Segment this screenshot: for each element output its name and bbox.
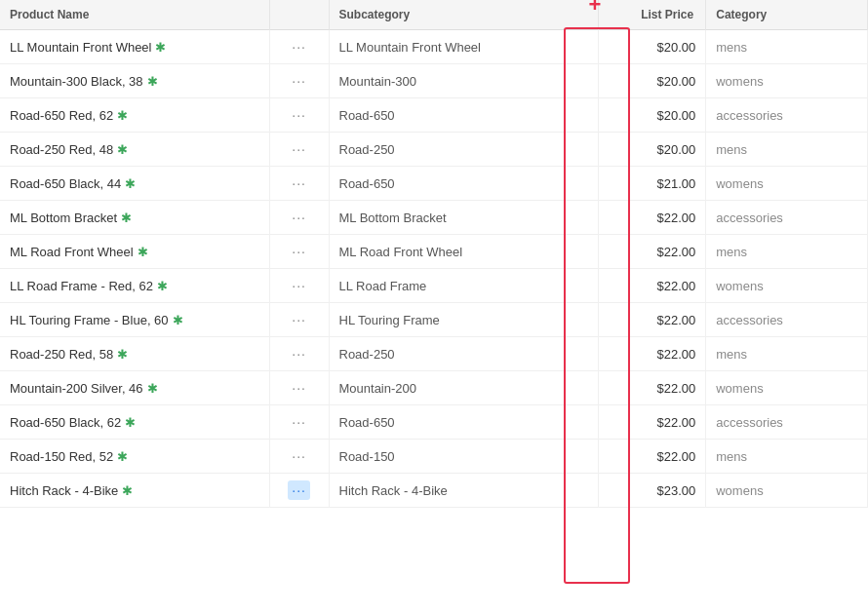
cell-actions: ··· [269, 30, 329, 64]
subcategory-text: HL Touring Frame [339, 313, 440, 327]
category-text: mens [716, 40, 747, 55]
cell-subcategory: ML Bottom Bracket [329, 201, 598, 235]
cell-product-name: Road-250 Red, 48✱ [0, 133, 269, 167]
table-row: Road-150 Red, 52✱···Road-150$22.00mens [0, 440, 868, 474]
price-text: $22.00 [656, 279, 695, 293]
gear-icon[interactable]: ✱ [117, 142, 128, 157]
cell-subcategory: ML Road Front Wheel [329, 235, 598, 269]
gear-icon[interactable]: ✱ [117, 449, 128, 464]
cell-price: $20.00 [598, 98, 705, 133]
subcategory-text: Road-250 [339, 142, 395, 157]
cell-price: $23.00 [598, 474, 705, 508]
row-context-menu-button[interactable]: ··· [288, 242, 310, 261]
category-text: womens [716, 483, 763, 498]
cell-category: mens [706, 30, 868, 64]
cell-subcategory: Road-650 [329, 98, 598, 133]
table-container: + Product Name Subcategory List Price Ca… [0, 0, 868, 613]
cell-product-name: Road-150 Red, 52✱ [0, 440, 269, 474]
cell-subcategory: Road-650 [329, 167, 598, 201]
subcategory-text: Road-650 [339, 415, 395, 430]
cell-category: womens [706, 167, 868, 201]
row-context-menu-button[interactable]: ··· [288, 208, 310, 227]
cell-category: mens [706, 440, 868, 474]
cell-subcategory: Road-150 [329, 440, 598, 474]
gear-icon[interactable]: ✱ [117, 108, 128, 123]
cell-subcategory: LL Mountain Front Wheel [329, 30, 598, 64]
category-text: accessories [716, 415, 783, 430]
price-text: $20.00 [656, 74, 695, 89]
subcategory-text: Road-250 [339, 347, 395, 362]
row-context-menu-button[interactable]: ··· [288, 344, 310, 364]
product-name-text: Mountain-300 Black, 38 [10, 74, 143, 89]
add-column-button[interactable]: + [589, 0, 602, 16]
cell-category: accessories [706, 303, 868, 337]
table-row: Road-250 Red, 48✱···Road-250$20.00mens [0, 133, 868, 167]
row-context-menu-button[interactable]: ··· [288, 446, 310, 466]
cell-product-name: HL Touring Frame - Blue, 60✱ [0, 303, 269, 337]
cell-subcategory: LL Road Frame [329, 269, 598, 303]
price-text: $23.00 [656, 483, 695, 498]
table-row: Road-650 Black, 44✱···Road-650$21.00wome… [0, 167, 868, 201]
row-context-menu-button[interactable]: ··· [288, 71, 310, 91]
row-context-menu-button[interactable]: ··· [288, 412, 310, 432]
cell-category: accessories [706, 98, 868, 133]
gear-icon[interactable]: ✱ [147, 381, 158, 396]
cell-subcategory: Mountain-300 [329, 64, 598, 98]
gear-icon[interactable]: ✱ [155, 40, 166, 55]
row-context-menu-button[interactable]: ··· [288, 139, 310, 159]
cell-product-name: Road-650 Red, 62✱ [0, 98, 269, 133]
cell-product-name: LL Mountain Front Wheel✱ [0, 30, 269, 64]
subcategory-text: Road-150 [339, 449, 395, 464]
price-text: $20.00 [656, 108, 695, 123]
cell-product-name: Hitch Rack - 4-Bike✱ [0, 474, 269, 508]
subcategory-text: ML Bottom Bracket [339, 211, 447, 225]
cell-price: $20.00 [598, 30, 705, 64]
cell-actions: ··· [269, 98, 329, 133]
gear-icon[interactable]: ✱ [138, 245, 148, 259]
gear-icon[interactable]: ✱ [125, 415, 136, 430]
cell-category: accessories [706, 201, 868, 235]
price-text: $22.00 [656, 347, 695, 362]
price-text: $22.00 [656, 449, 695, 464]
row-context-menu-button[interactable]: ··· [288, 105, 310, 125]
gear-icon[interactable]: ✱ [121, 211, 132, 225]
cell-price: $22.00 [598, 235, 705, 269]
cell-category: accessories▶ [706, 405, 868, 440]
cell-price: $22.00 [598, 269, 705, 303]
table-row: HL Touring Frame - Blue, 60✱···HL Tourin… [0, 303, 868, 337]
cell-subcategory: Road-250 [329, 337, 598, 371]
category-text: accessories [716, 313, 783, 327]
gear-icon[interactable]: ✱ [125, 176, 136, 191]
cell-product-name: Road-650 Black, 62✱ [0, 405, 269, 440]
category-text: mens [716, 245, 747, 259]
gear-icon[interactable]: ✱ [157, 279, 168, 293]
table-row: Road-250 Red, 58✱···Road-250$22.00mens [0, 337, 868, 371]
gear-icon[interactable]: ✱ [173, 313, 183, 327]
row-context-menu-button[interactable]: ··· [288, 276, 310, 295]
gear-icon[interactable]: ✱ [147, 74, 158, 89]
cell-product-name: Mountain-300 Black, 38✱ [0, 64, 269, 98]
price-text: $22.00 [656, 415, 695, 430]
product-name-text: Road-250 Red, 48 [10, 142, 113, 157]
row-context-menu-button[interactable]: ··· [288, 173, 310, 193]
category-text: mens [716, 142, 747, 157]
product-name-text: ML Bottom Bracket [10, 211, 117, 225]
cell-category: mens [706, 337, 868, 371]
cell-actions: ··· [269, 303, 329, 337]
price-text: $21.00 [656, 176, 695, 191]
row-context-menu-button[interactable]: ··· [288, 480, 310, 500]
row-context-menu-button[interactable]: ··· [288, 310, 310, 329]
cell-actions: ··· [269, 371, 329, 405]
cell-subcategory: Road-250 [329, 133, 598, 167]
cell-category: mens [706, 133, 868, 167]
gear-icon[interactable]: ✱ [117, 347, 128, 362]
cell-subcategory: Mountain-200 [329, 371, 598, 405]
table-row: Road-650 Red, 62✱···Road-650$20.00access… [0, 98, 868, 133]
cell-actions: ··· [269, 64, 329, 98]
cell-price: $22.00 [598, 371, 705, 405]
product-name-text: Road-250 Red, 58 [10, 347, 113, 362]
row-context-menu-button[interactable]: ··· [288, 378, 310, 398]
row-context-menu-button[interactable]: ··· [288, 37, 310, 57]
gear-icon[interactable]: ✱ [122, 483, 133, 498]
price-text: $22.00 [656, 381, 695, 396]
